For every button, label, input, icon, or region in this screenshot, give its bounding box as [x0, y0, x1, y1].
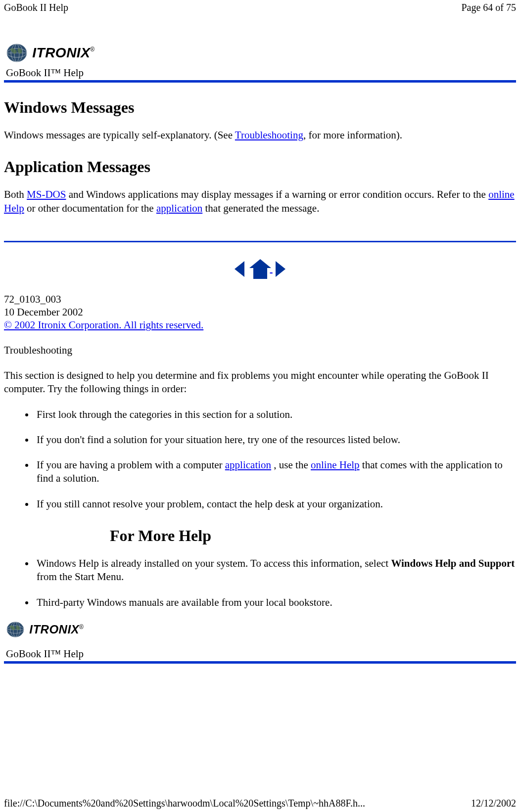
home-icon — [250, 259, 270, 279]
nav-next-button[interactable] — [273, 262, 285, 274]
page-footer: file://C:\Documents%20and%20Settings\har… — [4, 798, 516, 809]
logo-text-2: ITRONIX® — [29, 623, 84, 636]
troubleshooting-intro: This section is designed to help you det… — [4, 369, 516, 396]
logo-block-2: ITRONIX® — [6, 621, 516, 638]
link-application[interactable]: application — [156, 202, 202, 214]
help-subtitle-2: GoBook II™ Help — [6, 648, 516, 660]
link-application-2[interactable]: application — [225, 459, 271, 471]
page-number: Page 64 of 75 — [461, 2, 516, 13]
footer-path: file://C:\Documents%20and%20Settings\har… — [4, 798, 365, 809]
doc-id: 72_0103_003 — [4, 293, 516, 306]
heading-windows-messages: Windows Messages — [4, 98, 516, 117]
divider — [4, 80, 516, 83]
arrow-right-icon — [276, 261, 285, 277]
itronix-logo: ITRONIX® — [6, 43, 95, 63]
itronix-logo-2: ITRONIX® — [6, 621, 84, 638]
troubleshooting-list: First look through the categories in thi… — [4, 408, 516, 511]
more-help-list: Windows Help is already installed on you… — [4, 557, 516, 609]
heading-application-messages: Application Messages — [4, 158, 516, 176]
heading-for-more-help: For More Help — [110, 527, 516, 545]
nav-home-button[interactable] — [250, 262, 273, 274]
globe-icon — [6, 43, 28, 63]
nav-block — [4, 259, 516, 279]
doc-date: 10 December 2002 — [4, 306, 516, 318]
globe-icon — [6, 621, 25, 638]
nav-prev-button[interactable] — [235, 262, 247, 274]
paragraph-application-messages: Both MS-DOS and Windows applications may… — [4, 188, 516, 215]
link-online-help-2[interactable]: online Help — [311, 459, 360, 471]
list-item: First look through the categories in thi… — [35, 408, 516, 421]
list-item: If you are having a problem with a compu… — [35, 458, 516, 486]
link-copyright[interactable]: © 2002 Itronix Corporation. All rights r… — [4, 319, 203, 331]
logo-text: ITRONIX® — [32, 45, 95, 61]
help-subtitle: GoBook II™ Help — [6, 67, 516, 79]
footer-date: 12/12/2002 — [471, 798, 516, 809]
doc-info: 72_0103_003 10 December 2002 © 2002 Itro… — [4, 293, 516, 332]
divider — [4, 661, 516, 664]
paragraph-windows-messages: Windows messages are typically self-expl… — [4, 129, 516, 142]
link-troubleshooting[interactable]: Troubleshooting — [235, 129, 303, 141]
arrow-left-icon — [235, 261, 244, 277]
logo-block: ITRONIX® — [6, 43, 516, 63]
list-item: If you still cannot resolve your problem… — [35, 497, 516, 511]
divider — [4, 241, 516, 242]
list-item: Windows Help is already installed on you… — [35, 557, 516, 584]
header-title: GoBook II Help — [4, 2, 68, 13]
page-header: GoBook II Help Page 64 of 75 — [0, 0, 520, 13]
bold-windows-help: Windows Help and Support — [391, 557, 515, 569]
link-msdos[interactable]: MS-DOS — [27, 188, 66, 200]
list-item: Third-party Windows manuals are availabl… — [35, 596, 516, 609]
troubleshooting-title: Troubleshooting — [4, 344, 516, 357]
list-item: If you don't find a solution for your si… — [35, 433, 516, 447]
